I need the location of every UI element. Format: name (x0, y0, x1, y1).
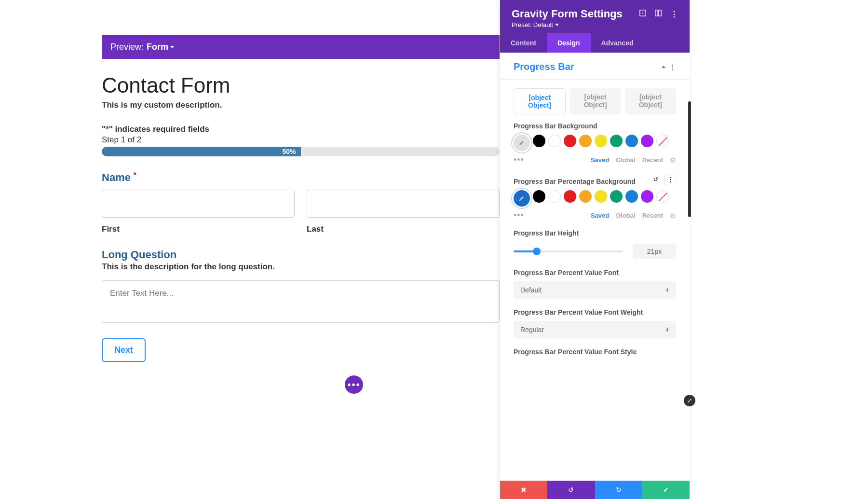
filter-global[interactable]: Global (616, 156, 635, 164)
settings-panel: Gravity Form Settings ⋮ Preset: Default … (500, 0, 690, 499)
filter-recent[interactable]: Recent (642, 212, 663, 219)
last-name-input[interactable] (307, 190, 500, 218)
tab-design[interactable]: Design (547, 33, 591, 53)
preview-form-selector[interactable]: Form (147, 42, 174, 52)
long-question-label: Long Question (102, 249, 500, 261)
last-sublabel: Last (307, 224, 500, 234)
swatch-red[interactable] (564, 135, 576, 147)
swatch-purple[interactable] (641, 135, 653, 147)
long-question-textarea[interactable] (102, 280, 500, 323)
panel-footer: ✖ ↺ ↻ ✔ (500, 481, 690, 499)
swatch-black[interactable] (533, 135, 545, 147)
panel-content: [object Object] [object Object] [object … (500, 80, 690, 481)
weight-select[interactable]: Regular ▲▼ (514, 321, 676, 338)
swatch-red[interactable] (564, 190, 576, 203)
long-question-desc: This is the description for the long que… (102, 262, 500, 272)
form-description: This is my custom description. (102, 100, 500, 110)
step-label: Step 1 of 2 (102, 135, 500, 145)
filter-recent[interactable]: Recent (642, 156, 663, 164)
floating-actions-button[interactable]: ••• (345, 375, 363, 394)
swatch-black[interactable] (533, 190, 545, 203)
main-tabs: Content Design Advanced (500, 33, 690, 53)
svg-point-1 (642, 13, 644, 14)
swatch-yellow[interactable] (595, 190, 607, 203)
required-note: "*" indicates required fields (102, 125, 500, 134)
sub-tab-2[interactable]: [object Object] (570, 88, 621, 114)
swatch-none[interactable] (656, 190, 669, 203)
tab-content[interactable]: Content (500, 33, 547, 53)
pct-picker-swatch[interactable] (514, 190, 530, 207)
first-name-input[interactable] (102, 190, 295, 218)
first-sublabel: First (102, 224, 295, 234)
expand-fab[interactable]: ⤢ (684, 395, 695, 406)
slider-thumb[interactable] (533, 248, 541, 255)
form-title: Contact Form (102, 73, 500, 97)
swatch-yellow[interactable] (595, 135, 607, 147)
sub-tab-3[interactable]: [object Object] (625, 88, 676, 114)
save-button[interactable]: ✔ (642, 481, 690, 499)
bg-option-label: Progress Bar Background (514, 122, 676, 130)
height-slider[interactable] (514, 250, 623, 252)
svg-rect-3 (659, 10, 661, 16)
bg-swatches (514, 135, 676, 151)
preview-label: Preview: (110, 42, 144, 52)
redo-button[interactable]: ↻ (595, 481, 642, 499)
caret-down-icon (170, 46, 174, 48)
filter-global[interactable]: Global (616, 212, 635, 219)
swatch-blue[interactable] (625, 190, 638, 203)
bg-picker-swatch[interactable] (514, 135, 530, 151)
filter-saved[interactable]: Saved (591, 156, 609, 164)
swatch-orange[interactable] (579, 190, 592, 203)
scrollbar[interactable] (688, 101, 691, 217)
form-preview: Preview: Form Contact Form This is my cu… (102, 35, 500, 376)
section-title: Progress Bar (514, 61, 574, 72)
more-icon[interactable]: ⋮ (670, 10, 678, 19)
height-value[interactable]: 21px (633, 244, 676, 259)
expand-icon[interactable] (639, 10, 646, 18)
preset-selector[interactable]: Preset: Default (512, 21, 678, 28)
font-label: Progress Bar Percent Value Font (514, 269, 676, 277)
form-body: Contact Form This is my custom descripti… (102, 59, 500, 376)
undo-button[interactable]: ↺ (547, 481, 595, 499)
panel-header: Gravity Form Settings ⋮ Preset: Default (500, 0, 690, 33)
cancel-button[interactable]: ✖ (500, 481, 547, 499)
name-field-label: Name * (102, 171, 500, 184)
progress-bar-fill: 50% (102, 147, 301, 156)
weight-label: Progress Bar Percent Value Font Weight (514, 308, 676, 316)
preview-form-label: Form (147, 42, 168, 52)
panel-title: Gravity Form Settings (512, 8, 623, 20)
pct-bg-option-label: Progress Bar Percentage Background (514, 178, 636, 185)
progress-bar: 50% (102, 147, 500, 156)
next-button[interactable]: Next (102, 338, 146, 362)
pct-bg-swatches (514, 190, 676, 207)
preview-header[interactable]: Preview: Form (102, 35, 500, 59)
option-more-icon[interactable]: ⋮ (665, 174, 676, 185)
gear-icon[interactable]: ⚙ (670, 156, 676, 164)
collapse-icon[interactable] (662, 66, 665, 68)
style-label: Progress Bar Percent Value Font Style (514, 348, 676, 356)
svg-rect-2 (655, 10, 658, 16)
swatch-teal[interactable] (610, 190, 623, 203)
gear-icon[interactable]: ⚙ (670, 212, 676, 220)
swatch-white[interactable] (548, 135, 561, 147)
font-select[interactable]: Default ▲▼ (514, 281, 676, 299)
section-more-icon[interactable]: ⋮ (669, 63, 676, 71)
swatch-orange[interactable] (579, 135, 592, 147)
swatch-teal[interactable] (610, 135, 623, 147)
columns-icon[interactable] (655, 10, 662, 18)
caret-down-icon (555, 24, 559, 26)
section-header[interactable]: Progress Bar ⋮ (500, 53, 690, 80)
filter-saved[interactable]: Saved (591, 212, 609, 219)
swatch-purple[interactable] (641, 190, 653, 203)
swatch-blue[interactable] (625, 135, 638, 147)
reset-icon[interactable]: ↺ (650, 174, 662, 185)
swatch-none[interactable] (656, 135, 669, 147)
height-label: Progress Bar Height (514, 229, 676, 237)
swatch-white[interactable] (548, 190, 561, 203)
tab-advanced[interactable]: Advanced (591, 33, 644, 53)
more-dots-icon[interactable]: ••• (514, 155, 524, 165)
sub-tab-1[interactable]: [object Object] (514, 88, 566, 114)
more-dots-icon[interactable]: ••• (514, 210, 524, 221)
